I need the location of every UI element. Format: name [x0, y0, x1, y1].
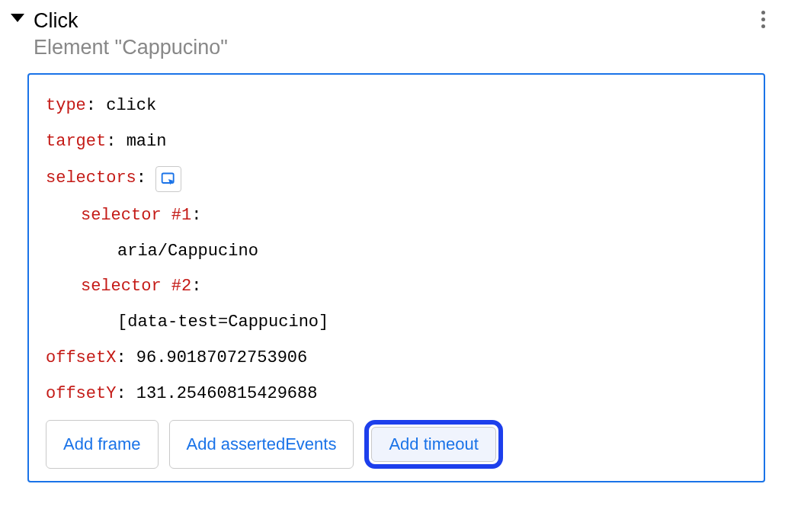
- add-timeout-button[interactable]: Add timeout: [371, 427, 495, 462]
- step-details-panel: type: click target: main selectors: sele…: [27, 73, 765, 482]
- more-icon: [761, 11, 765, 14]
- selector-item-1-value[interactable]: aria/Cappucino: [46, 240, 747, 264]
- selector-item-2-label[interactable]: selector #2:: [46, 275, 747, 299]
- chevron-down-icon[interactable]: [11, 14, 24, 22]
- selector-item-2-value[interactable]: [data-test=Cappucino]: [46, 311, 747, 335]
- prop-type[interactable]: type: click: [46, 95, 747, 118]
- selector-label: selector #2: [81, 275, 191, 299]
- prop-key: selectors: [46, 167, 136, 191]
- prop-key: type: [46, 95, 86, 118]
- prop-value: main: [127, 130, 167, 154]
- highlight-ring: Add timeout: [364, 420, 502, 469]
- prop-key: offsetX: [46, 347, 116, 370]
- step-header: Click Element "Cappucino": [6, 6, 779, 70]
- more-menu-button[interactable]: [757, 8, 770, 31]
- prop-offsety[interactable]: offsetY: 131.25460815429688: [46, 383, 747, 406]
- prop-offsetx[interactable]: offsetX: 96.90187072753906: [46, 347, 747, 370]
- prop-target[interactable]: target: main: [46, 130, 747, 154]
- prop-selectors[interactable]: selectors:: [46, 166, 747, 192]
- selector-value: aria/Cappucino: [117, 240, 258, 264]
- selector-value: [data-test=Cappucino]: [117, 311, 328, 335]
- title-block: Click Element "Cappucino": [34, 8, 228, 61]
- add-frame-button[interactable]: Add frame: [46, 420, 159, 469]
- pick-selector-icon: [161, 171, 176, 187]
- header-left: Click Element "Cappucino": [11, 8, 228, 61]
- prop-value: 96.90187072753906: [136, 347, 307, 370]
- prop-key: target: [46, 130, 106, 154]
- add-assertedevents-button[interactable]: Add assertedEvents: [169, 420, 354, 469]
- pick-selector-button[interactable]: [155, 166, 181, 192]
- action-buttons: Add frame Add assertedEvents Add timeout: [46, 420, 747, 469]
- prop-value: 131.25460815429688: [136, 383, 318, 406]
- step-title: Click: [34, 8, 228, 34]
- prop-key: offsetY: [46, 383, 116, 406]
- selector-label: selector #1: [81, 204, 191, 228]
- step-subtitle: Element "Cappucino": [34, 34, 228, 61]
- selector-item-1-label[interactable]: selector #1:: [46, 204, 747, 228]
- prop-value: click: [106, 95, 156, 118]
